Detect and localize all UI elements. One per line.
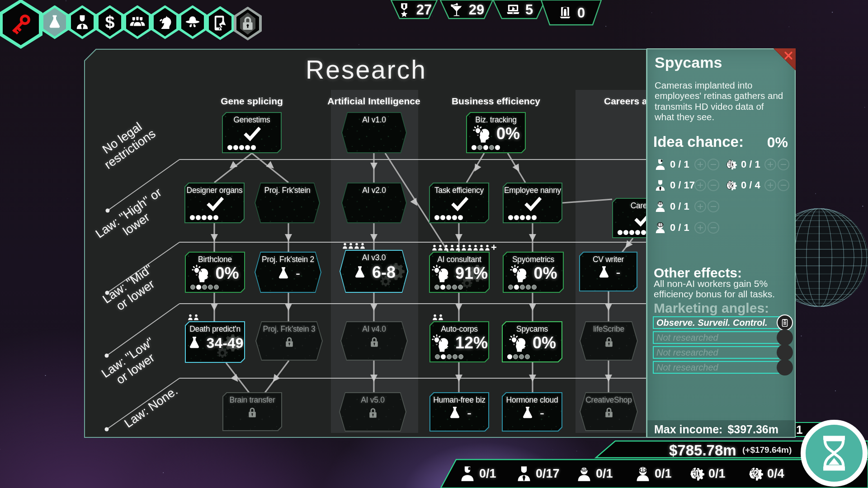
remove-worker-button[interactable]	[708, 179, 719, 191]
hud-worker-count: 0/1	[634, 465, 672, 483]
person-tie-icon	[654, 178, 667, 192]
money-display: $785.78m	[669, 442, 736, 459]
hud-worker-count-value: 0/4	[767, 467, 784, 481]
remove-worker-button[interactable]	[708, 159, 719, 170]
worker-type-icon	[654, 199, 667, 214]
worker-count: 0 / 1	[670, 159, 689, 170]
marketing-slot-text: Not researched	[656, 347, 718, 358]
worker-count: 0 / 4	[741, 179, 760, 191]
max-income-value: $397.36m	[727, 423, 778, 436]
add-worker-button[interactable]	[694, 159, 706, 170]
person-droplet-icon	[458, 464, 476, 483]
svg-text:2: 2	[730, 181, 734, 189]
clipboard-icon-wrap	[780, 317, 790, 328]
person-droplet-icon	[654, 157, 667, 172]
tech-description: Cameras implanted into employees' retina…	[655, 80, 785, 122]
worker-row: 0 / 17	[654, 178, 722, 192]
empty-slot-circle	[777, 344, 793, 361]
person-brainbig-icon	[654, 221, 667, 235]
worker-count: 0 / 1	[670, 222, 689, 234]
worker-type-icon	[654, 178, 667, 192]
gearbrain2-icon: 2	[725, 178, 738, 192]
worker-row: 2 0 / 4	[725, 178, 793, 192]
end-turn-button[interactable]	[801, 420, 868, 487]
svg-text:1: 1	[730, 160, 734, 168]
idea-chance-value: 0%	[767, 134, 788, 151]
worker-row: 0 / 1	[654, 157, 722, 172]
worker-row: 0 / 1	[654, 221, 722, 235]
worker-type-icon	[654, 221, 667, 235]
remove-worker-button[interactable]	[778, 179, 789, 191]
hud-worker-count: 20/4	[746, 465, 784, 483]
svg-text:1: 1	[694, 468, 700, 479]
max-income-label: Max income:	[654, 423, 722, 436]
other-effects-body: All non-AI workers gain 5% efficiency bo…	[654, 279, 789, 299]
hidden-counter-value: 1	[796, 423, 802, 436]
hud-worker-count-value: 0/1	[479, 467, 496, 481]
tech-info-panel: Spycams Cameras implanted into employees…	[646, 48, 796, 438]
add-worker-button[interactable]	[694, 222, 706, 234]
person-brainbig-icon	[634, 464, 652, 483]
remove-worker-button[interactable]	[778, 159, 789, 170]
worker-type-icon: 1	[725, 157, 738, 172]
marketing-angle-button[interactable]	[777, 314, 793, 331]
max-income-row: Max income: $397.36m	[647, 420, 795, 437]
close-button[interactable]	[774, 48, 796, 70]
close-icon	[784, 51, 793, 60]
add-worker-button[interactable]	[694, 179, 706, 191]
marketing-slot-text: Not researched	[656, 362, 718, 373]
worker-row: 0 / 1	[654, 199, 722, 214]
gearbrain1-icon: 1	[725, 157, 738, 172]
remove-worker-button[interactable]	[708, 201, 719, 212]
marketing-slot[interactable]: Not researched	[653, 331, 780, 344]
add-worker-button[interactable]	[764, 179, 776, 191]
remove-worker-button[interactable]	[708, 222, 719, 234]
idea-chance-label: Idea chance:	[653, 133, 744, 150]
svg-text:2: 2	[753, 468, 759, 479]
person-brain-icon	[654, 199, 667, 214]
marketing-slot[interactable]: Not researched	[653, 346, 780, 359]
worker-count: 0 / 1	[741, 159, 760, 170]
gearbrain2-icon: 2	[746, 464, 764, 483]
tech-name: Spycams	[655, 54, 722, 71]
worker-type-icon: 2	[725, 178, 738, 192]
empty-slot-circle	[777, 359, 793, 375]
person-brain-icon	[575, 464, 593, 483]
add-worker-button[interactable]	[694, 201, 706, 212]
hud-worker-count: 0/1	[575, 465, 613, 483]
worker-type-icon	[654, 157, 667, 172]
empty-slot-circle	[777, 329, 793, 346]
marketing-slot[interactable]: Not researched	[653, 361, 780, 374]
marketing-slot-text: Not researched	[656, 333, 718, 343]
marketing-angles-label: Marketing angles:	[654, 300, 769, 316]
hud-worker-count: 10/1	[688, 465, 726, 483]
hud-worker-count: 0/17	[515, 465, 560, 483]
hud-worker-count-value: 0/1	[708, 467, 726, 481]
hud-worker-count: 0/1	[458, 465, 496, 483]
hud-worker-count-value: 0/1	[596, 467, 613, 481]
clipboard-icon	[780, 317, 790, 328]
marketing-slot[interactable]: Observe. Surveil. Control.	[653, 316, 780, 329]
worker-count: 0 / 17	[670, 179, 695, 191]
gearbrain1-icon: 1	[688, 464, 706, 483]
person-tie-icon	[515, 464, 533, 483]
marketing-slot-text: Observe. Surveil. Control.	[656, 318, 768, 328]
hud-worker-count-value: 0/17	[536, 467, 560, 481]
add-worker-button[interactable]	[764, 159, 776, 170]
hourglass-icon	[817, 434, 851, 472]
worker-row: 1 0 / 1	[725, 157, 793, 172]
game-screen: Research Gene splicingArtificial Intelli…	[0, 0, 868, 488]
money-delta: (+$179.64m)	[742, 445, 792, 455]
hud-worker-count-value: 0/1	[655, 467, 672, 481]
worker-count: 0 / 1	[670, 201, 689, 212]
